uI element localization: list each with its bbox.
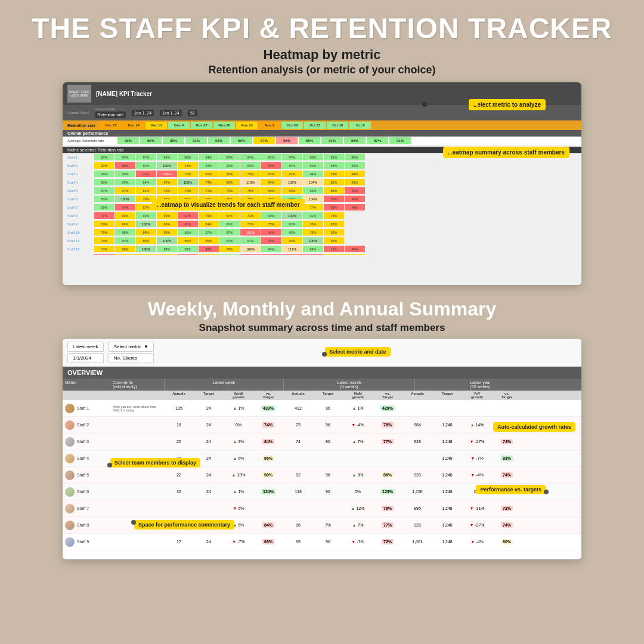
avatar bbox=[65, 487, 75, 497]
section2-title: Weekly, Monthly and Annual Summary bbox=[63, 298, 581, 320]
control-item-panel: Control Panel bbox=[67, 111, 89, 114]
table-row: Staff 13 68%87%87%79%36%79%99%69%69%29%5… bbox=[63, 253, 581, 255]
section1-subtitle: Heatmap by metric bbox=[264, 47, 381, 63]
control-item-date2[interactable]: Jan 1, 24 bbox=[160, 110, 182, 116]
callout-growth-rates: Auto-calculated growth rates bbox=[493, 422, 575, 432]
summary-screenshot: Latest week 1/1/2024 Select metric ▼ No.… bbox=[63, 339, 581, 559]
staff-rows: Staff 1 97%97%97%94%90%94%97%94%97%97%93… bbox=[63, 153, 581, 255]
avatar bbox=[65, 420, 75, 430]
control-item-metric[interactable]: Select metric Retention rate bbox=[95, 107, 126, 118]
metric-value-box[interactable]: No. Clients bbox=[109, 353, 154, 363]
callout-heatmap-summary: Heatmap summary across staff members bbox=[443, 147, 569, 158]
metric-label-box[interactable]: Select metric ▼ bbox=[109, 342, 154, 352]
th-latest-week: Latest week bbox=[164, 379, 283, 391]
overall-perf-header: Overall performance bbox=[63, 130, 581, 137]
table-row: Staff 5 97%87%81%75%73%71%71%76%83%83%92… bbox=[63, 187, 581, 195]
table-row: Staff 10 79%98%88%89%91%97%97%151%41%99%… bbox=[63, 228, 581, 237]
metric-row: Retention rate Dec 25 Dec 18 Dec 11 Dec … bbox=[63, 120, 581, 130]
table-row: Staff 8 47%89%93%89%67%79%87%72%93%100%9… bbox=[63, 212, 581, 220]
section2-desc: Snapshot summary across time and staff m… bbox=[63, 322, 581, 334]
table-row: Staff 3 20 24 ▲ 3% 84% 74 96 ▲ 7% 77% 92… bbox=[63, 434, 581, 450]
metric-section: Select metric ▼ No. Clients bbox=[109, 342, 154, 363]
summary-inner: Latest week 1/1/2024 Select metric ▼ No.… bbox=[63, 339, 581, 559]
table-row: Staff 2 82%68%91%100%73%93%91%93%64%94%9… bbox=[63, 162, 581, 170]
callout-team-members: Select team members to display bbox=[110, 458, 200, 467]
avatar bbox=[65, 404, 75, 413]
section1-desc: Retention analysis (or metric of your ch… bbox=[208, 64, 435, 76]
heatmap-inner: INSERT YOUR LOGO HERE [NAME] KPI Tracker… bbox=[63, 82, 581, 285]
callout-line-1 bbox=[426, 104, 456, 104]
dot-1 bbox=[422, 102, 427, 107]
callout-metric-date: Select metric and date bbox=[325, 347, 391, 357]
avatar bbox=[65, 521, 75, 530]
main-container: THE STAFF KPI & RETENTION TRACKER Heatma… bbox=[0, 0, 644, 644]
main-title: THE STAFF KPI & RETENTION TRACKER bbox=[32, 12, 612, 45]
sub-header: Actuals Target WoWgrowth vs.Target Actua… bbox=[63, 391, 581, 400]
bottom-section: Weekly, Monthly and Annual Summary Snaps… bbox=[63, 298, 581, 559]
control-item-date1[interactable]: Jan 1, 24 bbox=[132, 110, 154, 116]
table-header: Metric Comments(add directly) Latest wee… bbox=[63, 379, 581, 391]
dot-perf bbox=[544, 490, 549, 494]
callout-select-metric: Select metric to analyze bbox=[469, 99, 546, 110]
dot-team bbox=[107, 463, 112, 467]
th-metric: Metric bbox=[63, 379, 110, 391]
control-item-value: 52 bbox=[188, 110, 197, 116]
date-section: Latest week 1/1/2024 bbox=[67, 342, 104, 363]
callout-heatmap-trends: Heatmap to visualize trends for each sta… bbox=[152, 199, 305, 210]
logo-placeholder: INSERT YOUR LOGO HERE bbox=[67, 85, 91, 103]
table-row: Staff 11 79%94%86%100%85%86%97%97%43%83%… bbox=[63, 237, 581, 245]
table-row: Staff 6 95%100%79%84%86%76%75%75%71%96%1… bbox=[63, 195, 581, 203]
table-row: Staff 9 83%84%100%84%42%84%91%71%75%91%7… bbox=[63, 220, 581, 228]
callout-commentary: Space for performance commentary bbox=[134, 520, 234, 530]
overview-header: OVERVIEW bbox=[63, 367, 581, 379]
table-row: Staff 12 74%86%100%99%93%48%76%102%94%11… bbox=[63, 245, 581, 253]
avatar bbox=[65, 537, 75, 547]
avatar bbox=[65, 504, 75, 513]
dot-commentary bbox=[131, 520, 136, 525]
th-latest-month: Latest month(4 weeks) bbox=[283, 379, 414, 391]
avg-retention-row: Average Retention rate 90% 89% 88% 91% 9… bbox=[63, 137, 581, 145]
tracker-name: [NAME] KPI Tracker bbox=[96, 91, 152, 97]
dot-metric-date bbox=[322, 352, 327, 357]
th-latest-year: Latest year(52 weeks) bbox=[414, 379, 546, 391]
avatar bbox=[65, 470, 75, 480]
avatar bbox=[65, 437, 75, 447]
table-row: Staff 5 22 24 ▲ 13% 90% 82 96 ▲ 9% 86% 9… bbox=[63, 467, 581, 484]
avatar bbox=[65, 454, 75, 463]
date-label[interactable]: Latest week bbox=[67, 342, 104, 352]
table-row: Staff 4 90%90%89%87%100%73%83%110%84%102… bbox=[63, 178, 581, 187]
table-row: Staff 9 17 24 ▼ -7% 69% 69 96 ▼ -7% 72% … bbox=[63, 534, 581, 550]
date-value[interactable]: 1/1/2024 bbox=[67, 353, 104, 363]
table-row: Staff 3 90%96%47%138%73%81%82%73%81%81%9… bbox=[63, 170, 581, 178]
heatmap-screenshot: INSERT YOUR LOGO HERE [NAME] KPI Tracker… bbox=[63, 82, 581, 285]
table-row: Staff 7 90%47%87%138%41%41%73%19%81%87%7… bbox=[63, 203, 581, 212]
table-row: Staff 1 Here you can write about how Sta… bbox=[63, 400, 581, 417]
callout-performance: Performance vs. targets bbox=[476, 485, 546, 494]
th-comments: Comments(add directly) bbox=[110, 379, 164, 391]
table-row: Staff 7 ▼ 6% ▲ 12% 78% 895 1,248 ▼ -3 bbox=[63, 500, 581, 517]
